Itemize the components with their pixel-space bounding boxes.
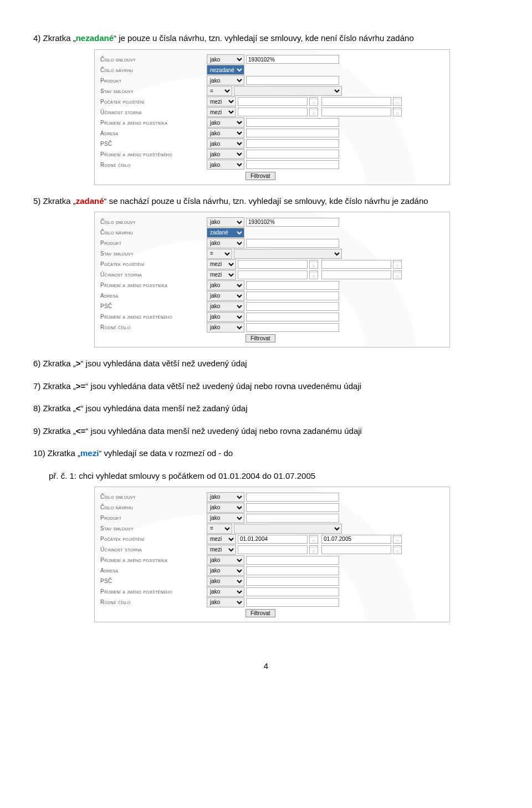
row-produkt: Produkt jako [100, 75, 444, 86]
calendar-icon[interactable] [309, 97, 318, 106]
operator-select[interactable]: jako [207, 566, 244, 576]
calendar-icon[interactable] [309, 545, 318, 554]
field-label: Číslo návrhu [100, 229, 207, 236]
value-input[interactable] [246, 150, 339, 158]
field-label: Číslo smlouvy [100, 57, 207, 63]
value-input[interactable] [246, 556, 339, 565]
operator-select[interactable]: jako [207, 587, 244, 597]
operator-select[interactable]: jako [207, 280, 244, 290]
value-input[interactable] [246, 323, 339, 332]
operator-select[interactable]: mezi [207, 545, 236, 555]
paragraph-5: 5) Zkratka „zadané“ se nachází pouze u č… [33, 195, 499, 208]
row-cislo-navrhu: Číslo návrhu zadané [100, 227, 444, 238]
operator-select[interactable]: jako [207, 492, 244, 502]
date-from-input[interactable] [238, 545, 308, 554]
calendar-icon[interactable] [309, 260, 318, 269]
operator-select[interactable]: jako [207, 513, 244, 523]
operator-select[interactable]: mezi [207, 107, 236, 117]
date-from-input[interactable] [238, 260, 308, 269]
value-input[interactable] [246, 118, 339, 127]
date-to-input[interactable] [321, 270, 391, 279]
operator-select[interactable]: = [207, 86, 232, 96]
date-from-input[interactable] [238, 535, 308, 544]
operator-select[interactable]: jako [207, 149, 244, 159]
calendar-icon[interactable] [393, 260, 402, 269]
operator-select[interactable]: jako [207, 576, 244, 586]
value-input[interactable] [246, 503, 339, 512]
operator-select[interactable]: mezi [207, 270, 236, 280]
value-input[interactable] [246, 577, 339, 586]
filter-button[interactable]: Filtrovat [245, 172, 275, 180]
operator-select[interactable]: jako [207, 139, 244, 149]
date-to-input[interactable] [321, 108, 391, 116]
operator-select[interactable]: jako [207, 238, 244, 248]
paragraph-6: 6) Zkratka „>“ jsou vyhledána data větší… [33, 357, 499, 370]
value-input[interactable] [246, 493, 339, 502]
text: 4) Zkratka „ [33, 33, 76, 43]
filter-button[interactable]: Filtrovat [245, 334, 275, 342]
operator-select[interactable]: jako [207, 291, 244, 301]
operator-select[interactable]: jako [207, 503, 244, 513]
value-input[interactable] [246, 139, 339, 148]
value-input[interactable] [246, 239, 339, 248]
calendar-icon[interactable] [393, 108, 402, 116]
value-input[interactable] [246, 587, 339, 596]
date-to-input[interactable] [321, 545, 391, 554]
operator-select[interactable]: zadané [207, 228, 244, 238]
operator-select[interactable]: mezi [207, 534, 236, 544]
calendar-icon[interactable] [393, 270, 402, 279]
paragraph-8: 8) Zkratka „<“ jsou vyhledána data menší… [33, 402, 499, 415]
operator-select[interactable]: jako [207, 160, 244, 170]
operator-select[interactable]: mezi [207, 259, 236, 269]
date-to-input[interactable] [321, 260, 391, 269]
operator-select[interactable]: nezadané [207, 65, 244, 75]
operator-select[interactable]: = [207, 524, 232, 534]
calendar-icon[interactable] [309, 535, 318, 544]
value-input[interactable] [246, 313, 339, 321]
operator-select[interactable]: jako [207, 555, 244, 565]
date-from-input[interactable] [238, 270, 308, 279]
value-select[interactable] [234, 86, 342, 96]
operator-select[interactable]: jako [207, 301, 244, 311]
value-input[interactable] [246, 292, 339, 300]
operator-select[interactable]: = [207, 249, 232, 259]
value-select[interactable] [234, 249, 342, 259]
operator-select[interactable]: jako [207, 323, 244, 333]
date-to-input[interactable] [321, 535, 391, 544]
operator-select[interactable]: jako [207, 312, 244, 322]
value-input[interactable] [246, 281, 339, 290]
operator-select[interactable]: jako [207, 117, 244, 127]
operator-select[interactable]: jako [207, 597, 244, 607]
value-input[interactable] [246, 598, 339, 607]
calendar-icon[interactable] [309, 270, 318, 279]
operator-select[interactable]: jako [207, 54, 244, 64]
value-input[interactable] [246, 302, 339, 311]
field-label: Stav smlouvy [100, 88, 207, 94]
filter-button[interactable]: Filtrovat [245, 609, 275, 617]
value-input[interactable] [246, 129, 339, 137]
field-label: Produkt [100, 78, 207, 84]
operator-select[interactable]: jako [207, 75, 244, 85]
calendar-icon[interactable] [309, 108, 318, 116]
value-input[interactable] [246, 566, 339, 575]
row-pojisteny: Příjmení a jméno pojištěného jako [100, 149, 444, 160]
value-input[interactable] [246, 160, 339, 169]
operator-select[interactable]: jako [207, 128, 244, 138]
value-select[interactable] [234, 524, 342, 534]
value-input[interactable] [246, 218, 339, 227]
calendar-icon[interactable] [393, 535, 402, 544]
operator-select[interactable]: jako [207, 217, 244, 227]
row-rc: Rodné číslo jako [100, 322, 444, 333]
calendar-icon[interactable] [393, 97, 402, 106]
date-from-input[interactable] [238, 97, 308, 106]
value-input[interactable] [246, 76, 339, 85]
row-adresa: Adresa jako [100, 290, 444, 301]
value-input[interactable] [246, 55, 339, 64]
date-from-input[interactable] [238, 108, 308, 116]
text: 7) Zkratka „ [33, 381, 76, 391]
date-to-input[interactable] [321, 97, 391, 106]
calendar-icon[interactable] [393, 545, 402, 554]
value-input[interactable] [246, 514, 339, 523]
row-psc: PSČ jako [100, 576, 444, 586]
operator-select[interactable]: mezi [207, 96, 236, 106]
